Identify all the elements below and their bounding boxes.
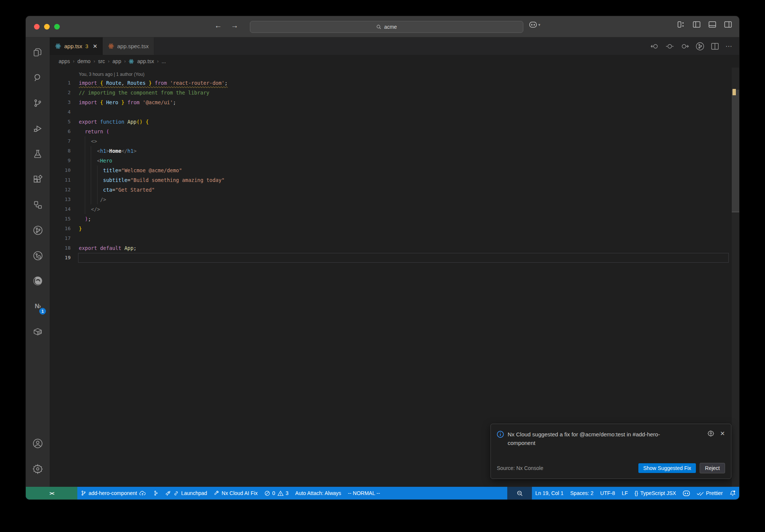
window-zoom-button[interactable] — [54, 24, 60, 30]
copilot-menu[interactable]: ▾ — [529, 22, 541, 28]
cursor-position-status-item[interactable]: Ln 19, Col 1 — [532, 487, 567, 499]
explorer-icon[interactable] — [29, 43, 47, 62]
formatter-status-item[interactable]: Prettier — [693, 487, 726, 499]
nx-cloud-fix-status-item[interactable]: Nx Cloud AI Fix — [210, 487, 261, 499]
warning-icon — [278, 491, 284, 496]
copilot-icon — [683, 491, 690, 496]
code-line[interactable]: 3import { Hero } from '@acme/ui'; — [50, 98, 739, 107]
reject-button[interactable]: Reject — [700, 463, 725, 473]
settings-gear-icon[interactable] — [29, 459, 47, 479]
navigate-back-icon[interactable]: ← — [214, 21, 222, 30]
launchpad-status-item[interactable]: Launchpad — [161, 487, 210, 499]
code-line[interactable]: 12 cta="Get Started" — [50, 185, 739, 195]
extensions-icon[interactable] — [29, 170, 47, 189]
react-test-file-icon — [108, 43, 114, 49]
code-line[interactable]: 17 — [50, 233, 739, 243]
code-text: // importing the component from the libr… — [79, 88, 210, 98]
code-line[interactable]: 8 <h1>Home</h1> — [50, 146, 739, 156]
line-number: 2 — [50, 88, 71, 98]
code-line[interactable]: 7 <> — [50, 136, 739, 146]
zoom-status-item[interactable] — [507, 487, 532, 499]
copilot-status-item[interactable] — [679, 487, 693, 499]
scrollbar[interactable] — [732, 68, 739, 487]
vim-mode-status-item[interactable]: -- NORMAL -- — [344, 487, 383, 499]
customize-layout-icon[interactable] — [678, 21, 685, 28]
code-line[interactable]: 5export function App() { — [50, 117, 739, 127]
code-line[interactable]: 14 </> — [50, 204, 739, 214]
split-editor-icon[interactable] — [711, 43, 719, 50]
code-line[interactable]: 1import { Route, Routes } from 'react-ro… — [50, 78, 739, 88]
source-control-icon[interactable] — [29, 93, 47, 113]
link-icon — [173, 491, 179, 496]
next-change-icon[interactable] — [681, 43, 689, 50]
rocket-icon — [165, 490, 171, 497]
nx-console-icon[interactable]: N› 1 — [29, 297, 47, 316]
toggle-primary-sidebar-icon[interactable] — [693, 21, 700, 28]
blame-codelens[interactable]: You, 3 hours ago | 1 author (You) — [79, 71, 739, 78]
tab-close-icon[interactable]: ✕ — [93, 43, 97, 50]
branch-name: add-hero-component — [89, 490, 137, 496]
code-line[interactable]: 16} — [50, 224, 739, 233]
run-debug-icon[interactable] — [29, 119, 47, 138]
launchpad-label: Launchpad — [181, 490, 207, 496]
command-center-search[interactable]: acme — [250, 21, 523, 33]
previous-change-icon[interactable] — [651, 43, 659, 50]
testing-icon[interactable] — [29, 144, 47, 164]
account-icon[interactable] — [29, 434, 47, 453]
gitlens-inspect-icon[interactable] — [29, 246, 47, 265]
more-actions-icon[interactable]: ⋯ — [725, 42, 733, 50]
toggle-secondary-sidebar-icon[interactable] — [724, 21, 732, 28]
commit-graph-status-item[interactable] — [149, 487, 161, 499]
error-count: 0 — [272, 490, 275, 496]
breadcrumb-item[interactable]: app — [112, 58, 121, 64]
breadcrumb-item[interactable]: app.tsx — [137, 58, 154, 64]
navigate-forward-icon[interactable]: → — [231, 21, 238, 30]
line-number: 12 — [50, 185, 71, 195]
code-line[interactable]: 10 title="Welcmoe @acme/demo" — [50, 166, 739, 175]
problems-status-item[interactable]: 0 3 — [261, 487, 292, 499]
code-line[interactable]: 2// importing the component from the lib… — [50, 88, 739, 98]
notification-settings-gear-icon[interactable] — [707, 430, 714, 448]
notification-message: Nx Cloud suggested a fix for @acme/demo:… — [508, 430, 678, 448]
references-icon[interactable] — [29, 195, 47, 214]
code-text: import { Hero } from '@acme/ui'; — [79, 98, 176, 107]
search-sidebar-icon[interactable] — [29, 68, 47, 87]
window-close-button[interactable] — [34, 24, 40, 30]
commit-graph-icon[interactable] — [696, 42, 704, 51]
code-text: <h1>Home</h1> — [79, 146, 137, 156]
branch-status-item[interactable]: add-hero-component — [77, 487, 149, 499]
show-suggested-fix-button[interactable]: Show Suggested Fix — [638, 463, 696, 473]
code-line[interactable]: 4 — [50, 107, 739, 117]
code-line[interactable]: 9 <Hero — [50, 156, 739, 166]
auto-attach-status-item[interactable]: Auto Attach: Always — [292, 487, 344, 499]
code-line[interactable]: 19 — [50, 253, 739, 263]
indent-guide — [85, 136, 85, 214]
code-line[interactable]: 13 /> — [50, 195, 739, 204]
code-line[interactable]: 15 ); — [50, 214, 739, 224]
changes-icon[interactable] — [666, 43, 674, 50]
tab-app-tsx[interactable]: app.tsx 3 ✕ — [50, 37, 103, 55]
language-mode-status-item[interactable]: {} TypeScript JSX — [631, 487, 679, 499]
breadcrumb-more[interactable]: ... — [162, 58, 166, 64]
bell-icon — [730, 490, 736, 497]
code-line[interactable]: 18export default App; — [50, 243, 739, 253]
window-minimize-button[interactable] — [44, 24, 50, 30]
breadcrumb-item[interactable]: src — [98, 58, 105, 64]
scrollbar-thumb[interactable] — [732, 90, 739, 212]
encoding-status-item[interactable]: UTF-8 — [597, 487, 619, 499]
tab-app-spec-tsx[interactable]: app.spec.tsx — [103, 37, 154, 55]
indentation-status-item[interactable]: Spaces: 2 — [567, 487, 597, 499]
code-line[interactable]: 6 return ( — [50, 127, 739, 136]
containers-icon[interactable] — [29, 322, 47, 341]
toggle-panel-icon[interactable] — [709, 21, 716, 28]
eol-status-item[interactable]: LF — [618, 487, 631, 499]
breadcrumb-item[interactable]: apps — [59, 58, 70, 64]
notifications-bell-item[interactable] — [726, 487, 739, 499]
notification-close-icon[interactable]: ✕ — [720, 430, 725, 448]
gitlens-icon[interactable] — [29, 220, 47, 240]
edge-browser-icon[interactable] — [29, 271, 47, 291]
code-line[interactable]: 11 subtitle="Build something amazing tod… — [50, 175, 739, 185]
breadcrumb-item[interactable]: demo — [77, 58, 90, 64]
remote-indicator[interactable]: >< — [26, 487, 77, 499]
code-text: export default App; — [79, 243, 137, 253]
